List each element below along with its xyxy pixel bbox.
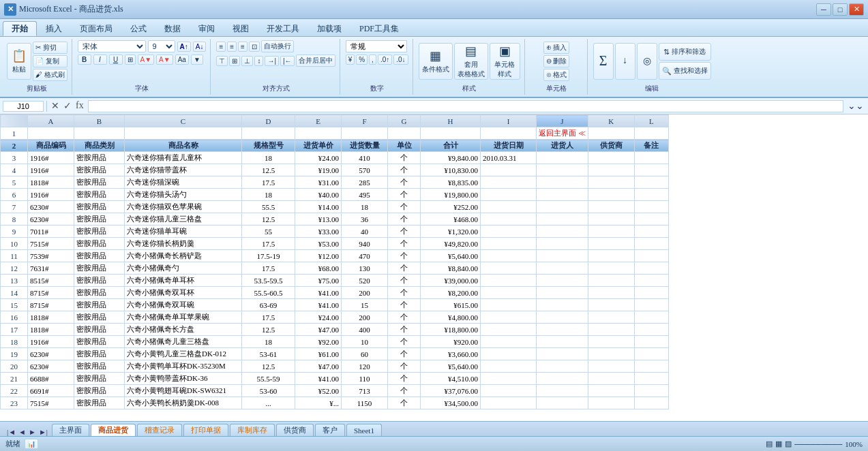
cell-k21[interactable] — [588, 373, 634, 385]
cell-g10[interactable]: 个 — [388, 238, 421, 250]
cell-g4[interactable]: 个 — [388, 164, 421, 176]
cell-a2[interactable]: 商品编码 — [28, 140, 74, 152]
cell-h4[interactable]: ¥10,830.00 — [421, 164, 481, 176]
cell-f1[interactable] — [342, 127, 388, 140]
cell-k4[interactable] — [588, 164, 634, 176]
cell-e12[interactable]: ¥68.00 — [295, 262, 342, 275]
minimize-btn[interactable]: ─ — [816, 3, 831, 16]
cell-k3[interactable] — [588, 152, 634, 164]
cell-k13[interactable] — [588, 275, 634, 287]
cell-l16[interactable] — [634, 311, 668, 324]
cell-g22[interactable]: 个 — [388, 385, 421, 397]
cell-c1[interactable] — [125, 127, 242, 140]
decrease-decimal-btn[interactable]: .0↓ — [393, 55, 408, 65]
cell-h2[interactable]: 合计 — [421, 140, 481, 152]
cond-format-btn[interactable]: ▦ 条件格式 — [419, 43, 453, 80]
cell-i6[interactable] — [481, 189, 537, 201]
cell-k23[interactable] — [588, 397, 634, 409]
cell-c3[interactable]: 六奇迷你猫有盖儿童杯 — [125, 152, 242, 164]
cell-f2[interactable]: 进货数量 — [342, 140, 388, 152]
cell-b23[interactable]: 密胺用品 — [74, 397, 125, 409]
cell-g16[interactable]: 个 — [388, 311, 421, 324]
cell-i7[interactable] — [481, 201, 537, 213]
cell-e18[interactable]: ¥92.00 — [295, 336, 342, 348]
cell-h1[interactable] — [421, 127, 481, 140]
cell-j9[interactable] — [537, 226, 588, 238]
cell-f16[interactable]: 200 — [342, 311, 388, 324]
cell-f5[interactable]: 285 — [342, 176, 388, 189]
sheet-tab-goods[interactable]: 商品进货 — [91, 424, 136, 436]
cell-i23[interactable] — [481, 397, 537, 409]
cell-c20[interactable]: 六奇小黄鸭单耳杯DK-35230M — [125, 360, 242, 373]
cell-f19[interactable]: 60 — [342, 348, 388, 360]
delete-cell-btn[interactable]: ⊖ 删除 — [543, 55, 570, 67]
cell-a11[interactable]: 7539# — [28, 250, 74, 262]
cell-g3[interactable]: 个 — [388, 152, 421, 164]
sheet-nav-next[interactable]: ► — [27, 428, 38, 436]
tab-page-layout[interactable]: 页面布局 — [71, 21, 121, 36]
cell-a3[interactable]: 1916# — [28, 152, 74, 164]
cell-a17[interactable]: 1818# — [28, 324, 74, 336]
bold-btn[interactable]: B — [78, 55, 91, 65]
paste-btn[interactable]: 📋 粘贴 — [7, 43, 31, 80]
cell-d6[interactable]: 18 — [242, 189, 295, 201]
view-page-btn[interactable]: ▨ — [785, 439, 792, 448]
cell-c15[interactable]: 六奇小猪佩奇双耳碗 — [125, 299, 242, 311]
cell-f10[interactable]: 940 — [342, 238, 388, 250]
formula-input[interactable] — [88, 100, 843, 112]
cell-a8[interactable]: 6230# — [28, 213, 74, 226]
cell-i3[interactable]: 2010.03.31 — [481, 152, 537, 164]
cell-l14[interactable] — [634, 287, 668, 299]
currency-btn[interactable]: ¥ — [346, 55, 355, 65]
cell-l13[interactable] — [634, 275, 668, 287]
cell-j6[interactable] — [537, 189, 588, 201]
cell-k22[interactable] — [588, 385, 634, 397]
cell-l12[interactable] — [634, 262, 668, 275]
cell-a18[interactable]: 1916# — [28, 336, 74, 348]
cell-d14[interactable]: 55.5-60.5 — [242, 287, 295, 299]
cell-g19[interactable]: 个 — [388, 348, 421, 360]
cell-c10[interactable]: 六奇迷你猫长柄奶羹 — [125, 238, 242, 250]
cell-a22[interactable]: 6691# — [28, 385, 74, 397]
cell-d21[interactable]: 55.5-59 — [242, 373, 295, 385]
cell-l20[interactable] — [634, 360, 668, 373]
cell-a13[interactable]: 8515# — [28, 275, 74, 287]
cell-b11[interactable]: 密胺用品 — [74, 250, 125, 262]
cell-g14[interactable]: 个 — [388, 287, 421, 299]
cell-c4[interactable]: 六奇迷你猫带盖杯 — [125, 164, 242, 176]
cell-i19[interactable] — [481, 348, 537, 360]
cell-c14[interactable]: 六奇小猪佩奇双耳杯 — [125, 287, 242, 299]
cell-h19[interactable]: ¥3,660.00 — [421, 348, 481, 360]
sheet-tab-supplier[interactable]: 供货商 — [276, 424, 314, 436]
cell-d16[interactable]: 17.5 — [242, 311, 295, 324]
cell-e2[interactable]: 进货单价 — [295, 140, 342, 152]
cell-j10[interactable] — [537, 238, 588, 250]
sheet-tab-main[interactable]: 主界面 — [52, 424, 89, 436]
cell-f3[interactable]: 410 — [342, 152, 388, 164]
cell-e15[interactable]: ¥41.00 — [295, 299, 342, 311]
cell-l19[interactable] — [634, 348, 668, 360]
font-name-select[interactable]: 宋体 — [78, 40, 146, 52]
cell-h15[interactable]: ¥615.00 — [421, 299, 481, 311]
sheet-tab-customer[interactable]: 客户 — [315, 424, 345, 436]
cell-f17[interactable]: 400 — [342, 324, 388, 336]
cell-b12[interactable]: 密胺用品 — [74, 262, 125, 275]
cell-a10[interactable]: 7515# — [28, 238, 74, 250]
close-btn[interactable]: ✕ — [849, 3, 864, 16]
cell-f9[interactable]: 40 — [342, 226, 388, 238]
find-select-btn[interactable]: 🔍 查找和选择 — [659, 62, 711, 80]
cell-h8[interactable]: ¥468.00 — [421, 213, 481, 226]
cell-h12[interactable]: ¥8,840.00 — [421, 262, 481, 275]
cell-g21[interactable]: 个 — [388, 373, 421, 385]
cell-d1[interactable] — [242, 127, 295, 140]
cell-j11[interactable] — [537, 250, 588, 262]
cell-j13[interactable] — [537, 275, 588, 287]
cell-i18[interactable] — [481, 336, 537, 348]
cell-b22[interactable]: 密胺用品 — [74, 385, 125, 397]
cell-k2[interactable]: 供货商 — [588, 140, 634, 152]
cell-i21[interactable] — [481, 373, 537, 385]
cell-i1[interactable] — [481, 127, 537, 140]
cell-e3[interactable]: ¥24.00 — [295, 152, 342, 164]
cell-f11[interactable]: 470 — [342, 250, 388, 262]
cell-b17[interactable]: 密胺用品 — [74, 324, 125, 336]
